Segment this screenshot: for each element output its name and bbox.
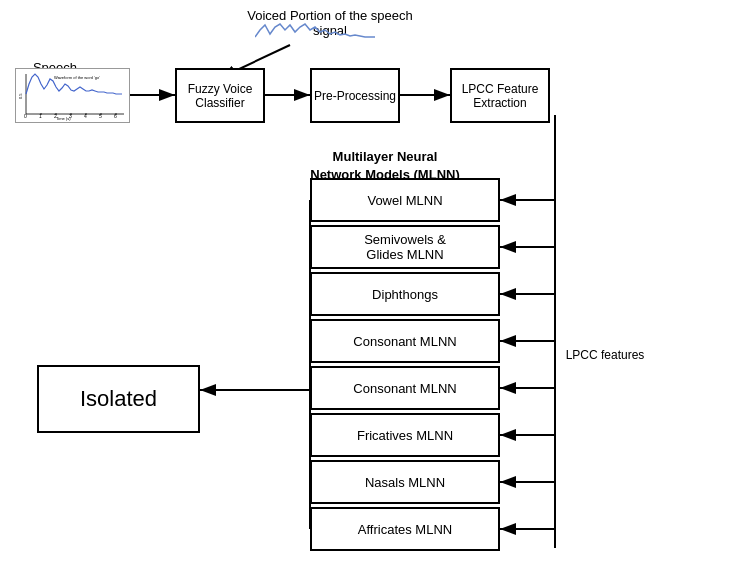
svg-text:1: 1: [39, 113, 42, 119]
fuzzy-voice-classifier-box: Fuzzy Voice Classifier: [175, 68, 265, 123]
diphthongs-box: Diphthongs: [310, 272, 500, 316]
svg-text:4: 4: [84, 113, 87, 119]
svg-text:5: 5: [99, 113, 102, 119]
voiced-waveform: [255, 22, 375, 52]
lpcc-feature-extraction-box: LPCC Feature Extraction: [450, 68, 550, 123]
vowel-mlnn-box: Vowel MLNN: [310, 178, 500, 222]
svg-text:0.5: 0.5: [18, 93, 23, 99]
consonant-mlnn-1-box: Consonant MLNN: [310, 319, 500, 363]
pre-processing-box: Pre-Processing: [310, 68, 400, 123]
affricates-mlnn-box: Affricates MLNN: [310, 507, 500, 551]
waveform-image: 0 1 2 3 4 5 6 Time (s) 0.5 Waveform of t…: [16, 69, 129, 122]
waveform-box: 0 1 2 3 4 5 6 Time (s) 0.5 Waveform of t…: [15, 68, 130, 123]
svg-text:6: 6: [114, 113, 117, 119]
svg-text:0: 0: [24, 113, 27, 119]
lpcc-features-label: LPCC features: [565, 348, 645, 362]
semivowels-mlnn-box: Semivowels & Glides MLNN: [310, 225, 500, 269]
svg-text:Waveform of the word 'go': Waveform of the word 'go': [54, 75, 100, 80]
consonant-mlnn-2-box: Consonant MLNN: [310, 366, 500, 410]
isolated-box: Isolated: [37, 365, 200, 433]
diagram: Speech Signal 0 1 2 3 4 5: [0, 0, 755, 584]
nasals-mlnn-box: Nasals MLNN: [310, 460, 500, 504]
svg-text:Time (s): Time (s): [56, 116, 71, 121]
fricatives-mlnn-box: Fricatives MLNN: [310, 413, 500, 457]
